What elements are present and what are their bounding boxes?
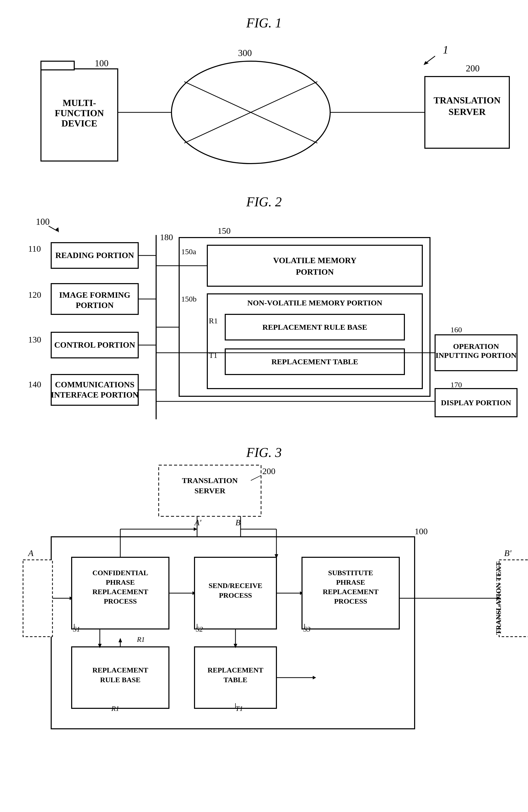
- svg-text:B': B': [504, 548, 512, 558]
- svg-text:100: 100: [36, 217, 50, 227]
- svg-text:FUNCTION: FUNCTION: [55, 108, 104, 118]
- svg-rect-82: [23, 560, 53, 637]
- svg-text:ORIGINAL TEXT: ORIGINAL TEXT: [20, 569, 21, 627]
- svg-text:PORTION: PORTION: [76, 301, 114, 310]
- svg-text:110: 110: [28, 244, 41, 253]
- fig3-title: FIG. 3: [20, 445, 508, 460]
- svg-text:PROCESS: PROCESS: [219, 591, 252, 599]
- svg-text:300: 300: [238, 48, 252, 58]
- svg-text:REPLACEMENT: REPLACEMENT: [323, 588, 379, 596]
- svg-text:PHRASE: PHRASE: [336, 578, 365, 586]
- svg-text:100: 100: [415, 526, 428, 536]
- svg-text:T1: T1: [209, 351, 217, 359]
- svg-text:IMAGE FORMING: IMAGE FORMING: [59, 290, 130, 300]
- svg-text:150b: 150b: [181, 295, 196, 303]
- fig3-diagram: TRANSLATION SERVER 200 A' B 100 A ORIGIN…: [20, 460, 528, 742]
- svg-text:READING PORTION: READING PORTION: [55, 251, 134, 260]
- fig2-title: FIG. 2: [20, 194, 508, 209]
- fig2-diagram: 100 110 READING PORTION 120 IMAGE FORMIN…: [20, 209, 528, 440]
- svg-text:T1: T1: [235, 705, 243, 712]
- svg-text:SUBSTITUTE: SUBSTITUTE: [328, 569, 373, 577]
- fig2-section: FIG. 2 100 110 READING PORTION 120 IMAGE…: [20, 194, 508, 440]
- svg-text:REPLACEMENT: REPLACEMENT: [208, 666, 263, 674]
- svg-text:PROCESS: PROCESS: [104, 597, 137, 605]
- svg-text:TABLE: TABLE: [224, 676, 248, 684]
- svg-text:DISPLAY PORTION: DISPLAY PORTION: [441, 398, 511, 407]
- svg-text:CONTROL PORTION: CONTROL PORTION: [54, 340, 135, 349]
- fig1-diagram: 1 MULTI- FUNCTION DEVICE 100 300 TRANSLA…: [20, 30, 528, 189]
- svg-text:150a: 150a: [181, 247, 196, 256]
- svg-text:COMMUNICATIONS: COMMUNICATIONS: [55, 380, 135, 389]
- svg-text:100: 100: [95, 58, 108, 68]
- svg-text:R1: R1: [111, 705, 119, 712]
- fig1-section: FIG. 1 1 MULTI- FUNCTION DEVICE 100 300 …: [20, 15, 508, 189]
- svg-text:200: 200: [466, 63, 480, 73]
- svg-text:170: 170: [451, 380, 462, 389]
- svg-text:RULE BASE: RULE BASE: [100, 676, 141, 684]
- svg-text:R1: R1: [137, 635, 145, 643]
- svg-text:TRANSLATION: TRANSLATION: [434, 95, 500, 105]
- svg-rect-33: [51, 375, 138, 405]
- svg-text:DEVICE: DEVICE: [61, 118, 97, 129]
- fig1-title: FIG. 1: [20, 15, 508, 30]
- svg-text:SERVER: SERVER: [449, 107, 486, 117]
- svg-text:REPLACEMENT TABLE: REPLACEMENT TABLE: [271, 357, 358, 366]
- svg-text:180: 180: [160, 232, 173, 242]
- svg-marker-135: [194, 527, 197, 531]
- svg-rect-45: [207, 245, 422, 286]
- fig3-section: FIG. 3 TRANSLATION SERVER 200 A' B 100: [20, 445, 508, 742]
- svg-text:A: A: [28, 548, 33, 558]
- svg-text:INTERFACE PORTION: INTERFACE PORTION: [51, 390, 138, 399]
- svg-text:130: 130: [28, 335, 41, 344]
- svg-text:INPUTTING PORTION: INPUTTING PORTION: [436, 351, 517, 359]
- svg-text:PHRASE: PHRASE: [106, 578, 135, 586]
- svg-rect-85: [499, 560, 528, 637]
- svg-text:SEND/RECEIVE: SEND/RECEIVE: [209, 582, 262, 590]
- svg-rect-4: [41, 61, 74, 70]
- svg-text:150: 150: [218, 226, 231, 235]
- svg-line-20: [49, 226, 58, 231]
- svg-text:VOLATILE MEMORY: VOLATILE MEMORY: [273, 256, 356, 265]
- svg-text:TRANSLATION: TRANSLATION: [182, 476, 238, 484]
- svg-text:OPERATION: OPERATION: [453, 342, 499, 350]
- svg-text:1: 1: [443, 44, 449, 56]
- svg-text:MULTI-: MULTI-: [63, 98, 96, 108]
- svg-text:200: 200: [262, 466, 275, 476]
- svg-text:120: 120: [28, 290, 41, 300]
- svg-text:REPLACEMENT RULE BASE: REPLACEMENT RULE BASE: [262, 323, 367, 331]
- svg-text:REPLACEMENT: REPLACEMENT: [92, 666, 148, 674]
- svg-text:SERVER: SERVER: [194, 487, 225, 495]
- svg-text:PROCESS: PROCESS: [334, 597, 367, 605]
- svg-text:NON-VOLATILE MEMORY PORTION: NON-VOLATILE MEMORY PORTION: [247, 299, 382, 307]
- svg-text:140: 140: [28, 380, 41, 389]
- svg-text:A': A': [194, 518, 202, 527]
- svg-text:REPLACEMENT: REPLACEMENT: [92, 588, 148, 596]
- svg-text:R1: R1: [209, 316, 218, 325]
- svg-text:CONFIDENTIAL: CONFIDENTIAL: [92, 569, 148, 577]
- svg-text:160: 160: [451, 325, 462, 334]
- svg-text:PORTION: PORTION: [296, 267, 334, 276]
- svg-text:B: B: [235, 518, 240, 527]
